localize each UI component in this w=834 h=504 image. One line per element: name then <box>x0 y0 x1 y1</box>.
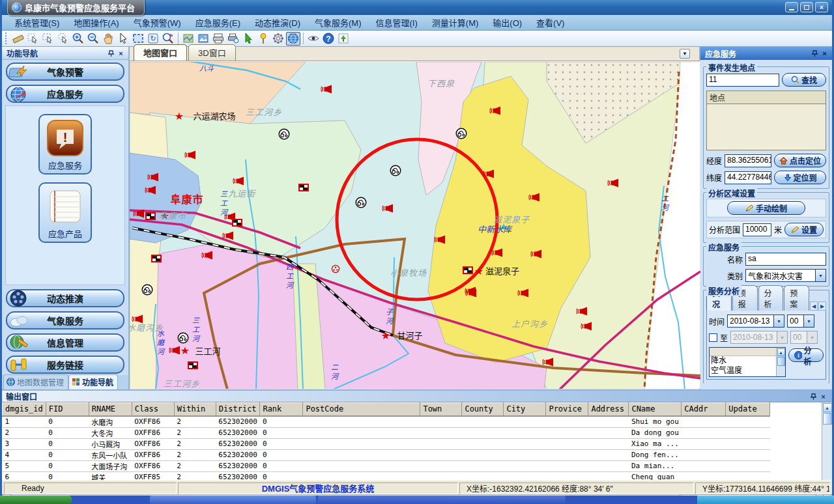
task-button[interactable] <box>150 496 316 504</box>
pointer-icon[interactable] <box>116 32 130 46</box>
column-header[interactable]: District <box>216 403 260 416</box>
tab-function-nav[interactable]: 功能导航 <box>68 374 118 389</box>
table-row[interactable]: 40东风一小队OXFF8626523020000Dong fen... <box>3 449 770 460</box>
tile-emergency-service[interactable]: ! 应急服务 <box>38 114 92 175</box>
column-header[interactable]: Town <box>420 403 462 416</box>
print-icon[interactable] <box>211 32 225 46</box>
select-icon[interactable] <box>26 32 40 46</box>
tile-emergency-product[interactable]: 应急产品 <box>38 182 92 243</box>
accordion-weather-warning[interactable]: 气象预警 <box>6 63 124 81</box>
taskbar[interactable] <box>0 496 834 504</box>
hour2-select[interactable]: 00▼ <box>790 331 818 344</box>
column-header[interactable]: County <box>462 403 504 416</box>
eye-view-icon[interactable] <box>306 32 321 46</box>
table-row[interactable]: 30小马厩沟OXFF8626523020000Xiao ma ... <box>3 438 770 449</box>
task-button[interactable] <box>318 496 566 504</box>
zoom-in-icon[interactable] <box>71 32 85 46</box>
zoom-out-icon[interactable] <box>86 32 100 46</box>
accordion-dynamic-deduction[interactable]: 动态推演 <box>6 289 124 307</box>
list-item[interactable]: 空气温度 <box>710 366 785 376</box>
start-button[interactable] <box>0 496 72 504</box>
menu-item[interactable]: 输出(O) <box>485 14 529 31</box>
select-rect-icon[interactable] <box>41 32 55 46</box>
map-tab-dropdown-icon[interactable]: ▼ <box>680 49 690 59</box>
manual-draw-button[interactable]: 手动绘制 <box>727 201 805 215</box>
pin-icon[interactable] <box>106 49 116 58</box>
close-icon[interactable]: × <box>820 49 829 58</box>
column-header[interactable]: FID <box>46 403 89 416</box>
menu-item[interactable]: 地图操作(A) <box>66 14 126 31</box>
lon-input[interactable]: 88.36255061 <box>725 154 771 167</box>
click-locate-button[interactable]: 点击定位 <box>774 154 826 167</box>
map-canvas[interactable]: ★★★★★八斗六运湖农场三工河乡下西泉九运街阜康市阜康市滋泥泉子中新水库滋泥泉子… <box>130 61 700 389</box>
pan-icon[interactable] <box>101 32 115 46</box>
accordion-emergency-service[interactable]: 应急服务 <box>6 85 124 103</box>
column-header[interactable]: Within <box>174 403 216 416</box>
tab-scroll-right-icon[interactable]: ▶ <box>818 301 826 311</box>
column-header[interactable]: dmgis_id <box>3 403 46 416</box>
list-item[interactable]: 降水 <box>710 356 785 366</box>
locate-to-button[interactable]: 定位到 <box>774 171 826 184</box>
map-export-icon[interactable] <box>181 32 195 46</box>
restore-button[interactable] <box>800 2 813 12</box>
analyze-button[interactable]: i 分析 <box>788 348 824 362</box>
menu-item[interactable]: 查看(V) <box>529 14 571 31</box>
column-header[interactable]: RNAME <box>89 403 132 416</box>
column-header[interactable]: Class <box>132 403 174 416</box>
tab-analysis[interactable]: 分析 <box>758 285 784 311</box>
set-button[interactable]: 设置 <box>784 223 824 236</box>
minimize-button[interactable] <box>785 2 798 12</box>
menu-item[interactable]: 测量计算(M) <box>425 14 486 31</box>
system-tray[interactable] <box>697 496 834 504</box>
column-header[interactable]: CAddr <box>682 403 726 416</box>
print-preview-icon[interactable] <box>226 32 240 46</box>
table-row[interactable]: 20大冬沟OXFF8626523020000Da dong gou <box>3 427 770 438</box>
accordion-service-links[interactable]: 服务链接 <box>6 356 124 374</box>
select-free-icon[interactable] <box>56 32 70 46</box>
column-header[interactable]: City <box>504 403 546 416</box>
menu-item[interactable]: 动态推演(D) <box>248 14 308 31</box>
name-input[interactable]: sa <box>745 253 826 266</box>
hour-select[interactable]: 00▼ <box>787 315 814 328</box>
column-header[interactable]: Provice <box>546 403 588 416</box>
column-header[interactable]: PostCode <box>303 403 420 416</box>
image-view-icon[interactable] <box>196 32 210 46</box>
menu-item[interactable]: 气象预警(W) <box>126 14 188 31</box>
chevron-down-icon[interactable]: ▼ <box>803 315 814 327</box>
place-marker-icon[interactable] <box>256 32 270 46</box>
settings-icon[interactable] <box>271 32 285 46</box>
list-scrollbar[interactable]: ▲ <box>776 348 785 376</box>
date-select[interactable]: 2010-08-13▼ <box>727 315 784 328</box>
pin-icon[interactable] <box>809 392 818 401</box>
chevron-down-icon[interactable]: ▼ <box>773 315 784 327</box>
help-icon[interactable]: ? <box>321 32 336 46</box>
tab-plan[interactable]: 预案 <box>784 285 809 311</box>
measure-icon[interactable] <box>11 32 25 46</box>
globe-service-icon[interactable] <box>286 32 300 46</box>
toolbar-grip[interactable] <box>5 33 8 44</box>
type-select[interactable]: 气象和洪水灾害 ▼ <box>745 269 826 282</box>
close-button[interactable]: × <box>815 2 828 12</box>
tree-view-icon[interactable] <box>336 32 351 46</box>
tab-map-data-management[interactable]: 地图数据管理 <box>3 374 68 389</box>
column-header[interactable]: CName <box>629 403 682 416</box>
date2-select[interactable]: 2010-08-13▼ <box>730 331 788 344</box>
column-header[interactable]: Rank <box>260 403 303 416</box>
snap-pointer-icon[interactable] <box>241 32 255 46</box>
column-header[interactable]: Update <box>726 403 770 416</box>
location-list[interactable] <box>706 104 826 150</box>
column-header[interactable]: Address <box>588 403 629 416</box>
tab-map-window[interactable]: 地图窗口 <box>134 44 187 61</box>
menu-item[interactable]: 气象服务(M) <box>308 14 369 31</box>
menu-item[interactable]: 应急服务(E) <box>188 14 248 31</box>
table-row[interactable]: 10水磨沟OXFF8626523020000Shui mo gou <box>3 416 770 428</box>
range-input[interactable]: 10000 <box>743 223 771 236</box>
accordion-weather-service[interactable]: 气象服务 <box>6 311 124 329</box>
menu-item[interactable]: 信息管理(I) <box>369 14 425 31</box>
close-icon[interactable]: × <box>116 49 126 58</box>
zoom-scale-icon[interactable] <box>161 32 175 46</box>
tab-3d-window[interactable]: 3D窗口 <box>188 44 236 61</box>
scroll-up-icon[interactable]: ▲ <box>823 403 832 412</box>
accordion-info-management[interactable]: 信息管理 <box>6 333 124 352</box>
to-checkbox[interactable] <box>709 333 717 342</box>
